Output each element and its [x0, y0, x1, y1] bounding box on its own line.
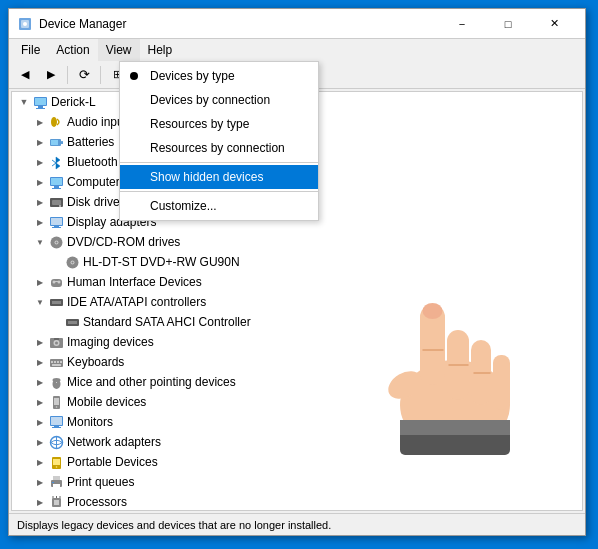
list-item[interactable]: ▶ Mice and other pointing devices: [12, 372, 582, 392]
list-item[interactable]: ▶ Imaging devices: [12, 332, 582, 352]
list-item[interactable]: HL-DT-ST DVD+-RW GU90N: [12, 252, 582, 272]
list-item[interactable]: Standard SATA AHCI Controller: [12, 312, 582, 332]
svg-rect-45: [52, 364, 61, 366]
expand-icon[interactable]: ▶: [32, 134, 48, 150]
maximize-button[interactable]: □: [485, 9, 531, 39]
menubar: File Action View Help Devices by type De…: [9, 39, 585, 61]
tree-item-label: Batteries: [67, 135, 114, 149]
forward-button[interactable]: ▶: [39, 64, 63, 86]
menu-view[interactable]: View: [98, 39, 140, 61]
svg-rect-53: [51, 417, 62, 425]
dvd-icon: [48, 234, 64, 250]
list-item[interactable]: ▼ DVD/CD-ROM drives: [12, 232, 582, 252]
menu-file[interactable]: File: [13, 39, 48, 61]
expand-icon[interactable]: ▶: [32, 374, 48, 390]
svg-rect-63: [53, 484, 60, 489]
tree-item-label: Imaging devices: [67, 335, 154, 349]
list-item[interactable]: ▶ Print queues: [12, 472, 582, 492]
svg-point-48: [52, 378, 60, 382]
minimize-button[interactable]: −: [439, 9, 485, 39]
network-icon: [48, 434, 64, 450]
expand-icon[interactable]: ▶: [32, 174, 48, 190]
portable-icon: [48, 454, 64, 470]
svg-rect-10: [51, 140, 58, 145]
expand-icon[interactable]: ▶: [32, 394, 48, 410]
list-item[interactable]: ▶ Human Interface Devices: [12, 272, 582, 292]
view-devices-by-type[interactable]: Devices by type: [120, 64, 318, 88]
list-item[interactable]: ▼ IDE ATA/ATAPI controllers: [12, 292, 582, 312]
list-item[interactable]: ▶ Network adapters: [12, 432, 582, 452]
mobile-icon: [48, 394, 64, 410]
svg-rect-50: [54, 398, 59, 405]
hid-icon: [48, 274, 64, 290]
tree-item-label: Print queues: [67, 475, 134, 489]
list-item[interactable]: ▶ Keyboards: [12, 352, 582, 372]
expand-icon[interactable]: ▼: [32, 294, 48, 310]
expand-icon[interactable]: ▶: [32, 414, 48, 430]
view-show-hidden[interactable]: Show hidden devices: [120, 165, 318, 189]
svg-point-51: [55, 406, 57, 408]
svg-rect-33: [52, 301, 61, 304]
expand-icon[interactable]: ▶: [32, 274, 48, 290]
expand-icon: [48, 314, 64, 330]
expand-icon[interactable]: ▶: [32, 434, 48, 450]
expand-icon[interactable]: ▶: [32, 114, 48, 130]
expand-icon[interactable]: ▶: [32, 214, 48, 230]
tree-item-label: IDE ATA/ATAPI controllers: [67, 295, 206, 309]
menu-help[interactable]: Help: [140, 39, 181, 61]
list-item[interactable]: ▶ Processors: [12, 492, 582, 511]
tree-item-label: HL-DT-ST DVD+-RW GU90N: [83, 255, 240, 269]
svg-rect-14: [52, 188, 61, 189]
view-resources-by-type[interactable]: Resources by type: [120, 112, 318, 136]
svg-rect-12: [51, 178, 62, 185]
expand-icon[interactable]: ▶: [32, 354, 48, 370]
list-item[interactable]: ▶ Portable Devices: [12, 452, 582, 472]
svg-rect-39: [54, 338, 59, 340]
expand-icon[interactable]: ▶: [32, 494, 48, 510]
svg-rect-44: [60, 361, 62, 363]
tree-item-label: Mice and other pointing devices: [67, 375, 236, 389]
statusbar: Displays legacy devices and devices that…: [9, 513, 585, 535]
root-expand-icon[interactable]: ▼: [16, 94, 32, 110]
svg-point-38: [55, 341, 58, 344]
view-customize[interactable]: Customize...: [120, 194, 318, 218]
dropdown-separator-1: [120, 162, 318, 163]
svg-rect-31: [55, 281, 58, 282]
tree-item-label: Network adapters: [67, 435, 161, 449]
refresh-button[interactable]: ⟳: [72, 64, 96, 86]
svg-point-60: [55, 466, 57, 468]
svg-rect-9: [61, 141, 63, 144]
expand-icon[interactable]: ▶: [32, 474, 48, 490]
computer-icon: [48, 174, 64, 190]
expand-icon[interactable]: ▶: [32, 154, 48, 170]
dropdown-separator-2: [120, 191, 318, 192]
expand-icon[interactable]: ▼: [32, 234, 48, 250]
svg-rect-16: [52, 200, 61, 205]
computer-icon: [32, 94, 48, 110]
window-icon: [17, 16, 33, 32]
close-button[interactable]: ✕: [531, 9, 577, 39]
expand-icon[interactable]: ▶: [32, 454, 48, 470]
svg-rect-6: [36, 108, 45, 109]
svg-point-24: [55, 241, 57, 243]
tree-item-label: Bluetooth: [67, 155, 118, 169]
tree-item-label: Keyboards: [67, 355, 124, 369]
tree-item-label: Processors: [67, 495, 127, 509]
tree-item-label: DVD/CD-ROM drives: [67, 235, 180, 249]
svg-rect-64: [52, 482, 54, 483]
bluetooth-icon: [48, 154, 64, 170]
back-button[interactable]: ◀: [13, 64, 37, 86]
view-resources-by-connection[interactable]: Resources by connection: [120, 136, 318, 160]
svg-rect-59: [53, 459, 60, 465]
list-item[interactable]: ▶ Mobile devices: [12, 392, 582, 412]
svg-point-2: [23, 22, 27, 26]
device-manager-window: Device Manager − □ ✕ File Action View He…: [8, 8, 586, 536]
list-item[interactable]: ▶ Monitors: [12, 412, 582, 432]
menu-action[interactable]: Action: [48, 39, 97, 61]
processor-icon: [48, 494, 64, 510]
view-devices-by-connection[interactable]: Devices by connection: [120, 88, 318, 112]
svg-rect-55: [52, 427, 61, 428]
svg-rect-35: [68, 321, 77, 324]
expand-icon[interactable]: ▶: [32, 194, 48, 210]
expand-icon[interactable]: ▶: [32, 334, 48, 350]
